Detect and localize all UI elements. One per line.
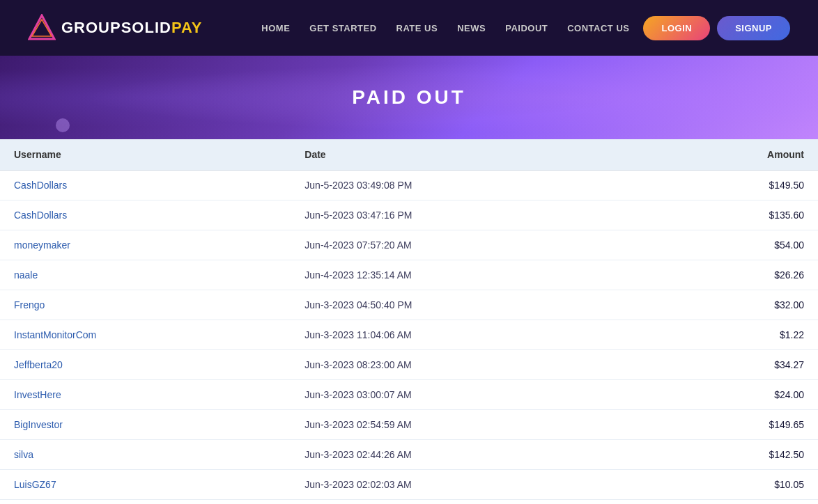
table-body: CashDollarsJun-5-2023 03:49:08 PM$149.50… [0, 171, 818, 505]
cell-amount: $149.50 [647, 171, 818, 200]
signup-button[interactable]: SIGNUP [717, 16, 790, 40]
cell-amount: $54.00 [647, 230, 818, 260]
cell-username: moneymaker [0, 230, 291, 260]
logo-pay: PAY [171, 19, 203, 36]
table-row: Jeffberta20Jun-3-2023 08:23:00 AM$34.27 [0, 350, 818, 380]
cell-date: Jun-3-2023 08:23:00 AM [291, 350, 647, 380]
table-row: CashDollarsJun-5-2023 03:49:08 PM$149.50 [0, 171, 818, 200]
table-row: silvaJun-3-2023 02:44:26 AM$142.50 [0, 440, 818, 470]
login-button[interactable]: LOGIN [643, 16, 710, 40]
cell-username: Jeffberta20 [0, 350, 291, 380]
table-row: naaleJun-4-2023 12:35:14 AM$26.26 [0, 260, 818, 290]
cell-amount: $135.60 [647, 200, 818, 230]
cell-amount: $142.50 [647, 440, 818, 470]
cell-username: BigInvestor [0, 410, 291, 440]
nav-contact-us[interactable]: CONTACT US [567, 23, 629, 33]
cell-date: Jun-3-2023 02:44:26 AM [291, 440, 647, 470]
cell-amount: $26.26 [647, 260, 818, 290]
cell-username: CashDollars [0, 171, 291, 200]
paidout-table: Username Date Amount CashDollarsJun-5-20… [0, 139, 818, 504]
cell-username: CashDollars [0, 200, 291, 230]
nav-get-started[interactable]: GET STARTED [309, 23, 376, 33]
col-date: Date [291, 139, 647, 171]
table-row: artikaJun-3-2023 01:43:04 AM$2.60 [0, 500, 818, 505]
table-row: moneymakerJun-4-2023 07:57:20 AM$54.00 [0, 230, 818, 260]
cell-username: LuisGZ67 [0, 470, 291, 500]
cell-date: Jun-3-2023 01:43:04 AM [291, 500, 647, 505]
paidout-table-container: Username Date Amount CashDollarsJun-5-20… [0, 139, 818, 504]
table-row: BigInvestorJun-3-2023 02:54:59 AM$149.65 [0, 410, 818, 440]
col-amount: Amount [647, 139, 818, 171]
cell-username: artika [0, 500, 291, 505]
cell-date: Jun-4-2023 12:35:14 AM [291, 260, 647, 290]
table-row: FrengoJun-3-2023 04:50:40 PM$32.00 [0, 290, 818, 320]
main-nav: HOME GET STARTED RATE US NEWS PAIDOUT CO… [261, 23, 629, 33]
deco-circle [56, 118, 70, 132]
page-title: PAID OUT [352, 86, 466, 109]
table-row: CashDollarsJun-5-2023 03:47:16 PM$135.60 [0, 200, 818, 230]
cell-username: naale [0, 260, 291, 290]
cell-amount: $32.00 [647, 290, 818, 320]
cell-amount: $24.00 [647, 380, 818, 410]
logo-group: GROUP [61, 19, 121, 36]
logo[interactable]: GROUPSOLIDPAY [28, 14, 203, 42]
table-header: Username Date Amount [0, 139, 818, 171]
cell-username: InstantMonitorCom [0, 320, 291, 350]
cell-amount: $34.27 [647, 350, 818, 380]
col-username: Username [0, 139, 291, 171]
logo-text: GROUPSOLIDPAY [61, 19, 203, 37]
cell-date: Jun-3-2023 04:50:40 PM [291, 290, 647, 320]
cell-username: InvestHere [0, 380, 291, 410]
table-row: InstantMonitorComJun-3-2023 11:04:06 AM$… [0, 320, 818, 350]
cell-date: Jun-3-2023 11:04:06 AM [291, 320, 647, 350]
table-row: InvestHereJun-3-2023 03:00:07 AM$24.00 [0, 380, 818, 410]
cell-username: silva [0, 440, 291, 470]
table-row: LuisGZ67Jun-3-2023 02:02:03 AM$10.05 [0, 470, 818, 500]
nav-paidout[interactable]: PAIDOUT [505, 23, 548, 33]
logo-solid: SOLID [121, 19, 171, 36]
cell-date: Jun-5-2023 03:49:08 PM [291, 171, 647, 200]
cell-amount: $2.60 [647, 500, 818, 505]
cell-amount: $1.22 [647, 320, 818, 350]
header: GROUPSOLIDPAY HOME GET STARTED RATE US N… [0, 0, 818, 56]
nav-rate-us[interactable]: RATE US [396, 23, 438, 33]
cell-date: Jun-4-2023 07:57:20 AM [291, 230, 647, 260]
logo-icon [28, 14, 56, 42]
cell-date: Jun-3-2023 02:54:59 AM [291, 410, 647, 440]
cell-amount: $10.05 [647, 470, 818, 500]
cell-date: Jun-3-2023 03:00:07 AM [291, 380, 647, 410]
nav-home[interactable]: HOME [261, 23, 290, 33]
hero-banner: PAID OUT [0, 56, 818, 139]
cell-username: Frengo [0, 290, 291, 320]
nav-news[interactable]: NEWS [457, 23, 486, 33]
cell-amount: $149.65 [647, 410, 818, 440]
cell-date: Jun-5-2023 03:47:16 PM [291, 200, 647, 230]
cell-date: Jun-3-2023 02:02:03 AM [291, 470, 647, 500]
